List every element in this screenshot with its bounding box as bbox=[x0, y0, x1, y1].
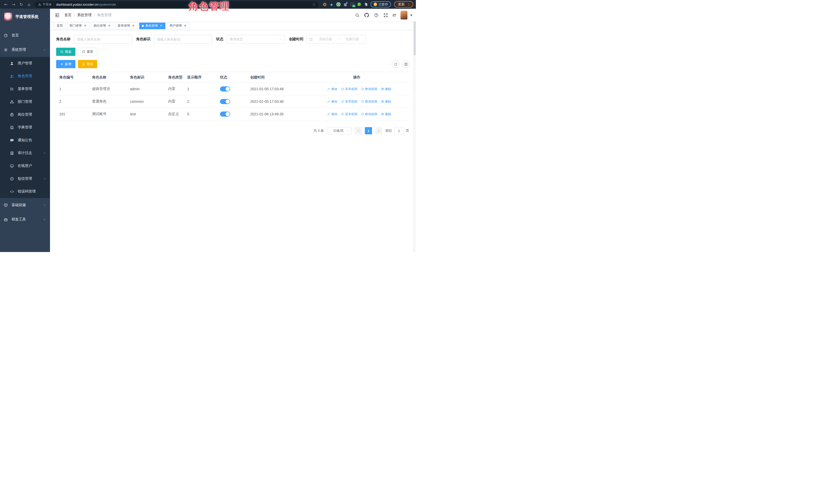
browser-forward-icon[interactable]: → bbox=[10, 1, 17, 8]
sidebar-item-sms[interactable]: 短信管理 bbox=[0, 172, 50, 185]
profile-paused-pill[interactable]: 已暂停 bbox=[370, 1, 391, 7]
close-icon[interactable]: ✕ bbox=[132, 24, 135, 28]
kebab-menu-icon[interactable]: ⋮ bbox=[407, 3, 411, 6]
extension-icon-orange[interactable] bbox=[322, 2, 327, 7]
prev-page-button[interactable] bbox=[355, 127, 362, 134]
url-host: dashboard.yudao.iocoder.cn bbox=[56, 3, 98, 6]
sidebar-item-users[interactable]: 用户管理 bbox=[0, 57, 50, 70]
edit-link[interactable]: 修改 bbox=[327, 87, 337, 91]
edit-link[interactable]: 修改 bbox=[327, 100, 337, 104]
tab-menus[interactable]: 菜单管理✕ bbox=[115, 23, 138, 29]
sidebar-item-departments[interactable]: 部门管理 bbox=[0, 96, 50, 108]
extension-icon-gem[interactable]: ◆ bbox=[329, 2, 334, 7]
breadcrumb-current: 角色管理 bbox=[97, 13, 111, 18]
search-button[interactable]: 搜索 bbox=[56, 48, 75, 56]
sidebar-item-error-codes[interactable]: 错误码管理 bbox=[0, 185, 50, 198]
browser-reload-icon[interactable]: ↻ bbox=[18, 1, 25, 8]
sms-icon bbox=[10, 177, 14, 181]
next-page-button[interactable] bbox=[375, 127, 382, 134]
app-logo[interactable]: 芋道管理系统 bbox=[0, 9, 50, 25]
sidebar-item-posts[interactable]: 岗位管理 bbox=[0, 108, 50, 121]
data-permission-link[interactable]: 数据权限 bbox=[361, 87, 378, 91]
close-icon[interactable]: ✕ bbox=[107, 24, 111, 28]
tab-roles[interactable]: 角色管理✕ bbox=[139, 23, 165, 29]
extension-icon-green-7[interactable]: 7 bbox=[336, 2, 341, 7]
tab-departments[interactable]: 部门管理✕ bbox=[67, 23, 89, 29]
not-secure-warning[interactable]: 不安全 bbox=[38, 2, 52, 7]
page-number-1[interactable]: 1 bbox=[365, 127, 372, 134]
sidebar-item-menus[interactable]: 菜单管理 bbox=[0, 83, 50, 96]
page-size-select[interactable]: 10条/页 bbox=[327, 127, 352, 134]
goto-page-input[interactable] bbox=[394, 127, 404, 134]
sidebar-fold-icon[interactable] bbox=[54, 12, 60, 18]
close-icon[interactable]: ✕ bbox=[183, 24, 187, 28]
reset-button[interactable]: 重置 bbox=[78, 48, 97, 56]
page-content: 角色名称 角色标识 状态 角色状态 创建时间 bbox=[50, 30, 416, 252]
dictionary-icon bbox=[10, 126, 14, 130]
chrome-update-button[interactable]: 更新 ⋮ bbox=[394, 1, 413, 8]
tab-users[interactable]: 用户管理✕ bbox=[167, 23, 189, 29]
address-bar[interactable]: 不安全 dashboard.yudao.iocoder.cn/system/ro… bbox=[35, 1, 319, 8]
sidebar-item-notices[interactable]: 通知公告 bbox=[0, 134, 50, 147]
tab-posts[interactable]: 岗位管理✕ bbox=[91, 23, 113, 29]
extension-icon-dark-on[interactable]: on bbox=[350, 2, 355, 7]
error-code-icon bbox=[10, 190, 14, 193]
sidebar-menu: 首页 系统管理 用户管理 角色管理 菜单管理 部门管理 bbox=[0, 25, 50, 227]
sidebar-item-audit-log[interactable]: 审计日志 bbox=[0, 147, 50, 159]
help-icon[interactable] bbox=[373, 12, 379, 18]
infrastructure-icon bbox=[4, 203, 8, 207]
browser-back-icon[interactable]: ← bbox=[3, 1, 9, 8]
delete-link[interactable]: 删除 bbox=[381, 100, 391, 104]
data-permission-link[interactable]: 数据权限 bbox=[361, 112, 378, 116]
extension-icon-leaf[interactable] bbox=[357, 2, 362, 7]
sidebar-item-roles[interactable]: 角色管理 bbox=[0, 70, 50, 83]
caret-down-icon[interactable]: ▼ bbox=[410, 14, 412, 17]
status-toggle[interactable] bbox=[220, 99, 230, 104]
tab-home[interactable]: 首页 bbox=[54, 23, 66, 29]
export-button[interactable]: 导出 bbox=[78, 60, 97, 68]
close-icon[interactable]: ✕ bbox=[83, 24, 87, 28]
github-icon[interactable] bbox=[364, 12, 369, 18]
roles-table: 角色编号 角色名称 角色标识 角色类型 显示顺序 状态 创建时间 操作 1 超级… bbox=[56, 72, 410, 121]
add-button[interactable]: 新增 bbox=[56, 60, 75, 68]
column-settings-button[interactable] bbox=[402, 60, 410, 68]
menu-permission-link[interactable]: 菜单权限 bbox=[341, 100, 357, 104]
avatar[interactable] bbox=[400, 11, 408, 20]
delete-link[interactable]: 删除 bbox=[381, 87, 391, 91]
sidebar-item-system[interactable]: 系统管理 bbox=[0, 43, 50, 57]
chevron-down-icon bbox=[347, 130, 349, 132]
cell-role-key: test bbox=[127, 112, 165, 116]
page-scrollbar[interactable] bbox=[413, 9, 416, 252]
breadcrumb-home[interactable]: 首页 bbox=[64, 13, 72, 18]
extensions-puzzle-icon[interactable] bbox=[364, 2, 368, 7]
date-range-picker[interactable]: 开始日期 - 结束日期 bbox=[306, 35, 366, 44]
extension-icon-grid[interactable]: ▦ bbox=[343, 2, 348, 7]
sidebar-item-dictionary[interactable]: 字典管理 bbox=[0, 121, 50, 134]
sidebar-item-dev-tools[interactable]: 研发工具 bbox=[0, 212, 50, 227]
role-key-input[interactable] bbox=[154, 35, 212, 44]
download-icon bbox=[82, 62, 85, 65]
font-size-icon[interactable]: tT bbox=[393, 13, 396, 18]
fullscreen-icon[interactable] bbox=[383, 12, 388, 18]
sidebar-item-online-users[interactable]: 在线用户 bbox=[0, 159, 50, 172]
audit-log-icon bbox=[10, 151, 14, 155]
bookmark-star-icon[interactable]: ☆ bbox=[312, 2, 316, 6]
data-permission-link[interactable]: 数据权限 bbox=[361, 100, 378, 104]
refresh-table-button[interactable] bbox=[392, 60, 399, 68]
sidebar-item-infrastructure[interactable]: 基础设施 bbox=[0, 198, 50, 212]
status-toggle[interactable] bbox=[220, 111, 230, 117]
menu-permission-link[interactable]: 菜单权限 bbox=[341, 112, 357, 116]
status-select[interactable]: 角色状态 bbox=[226, 35, 285, 44]
filter-role-key: 角色标识 bbox=[136, 35, 212, 44]
search-icon[interactable] bbox=[355, 12, 360, 18]
role-name-input[interactable] bbox=[74, 35, 132, 44]
breadcrumb-section[interactable]: 系统管理 bbox=[77, 13, 92, 18]
browser-home-icon[interactable]: ⌂ bbox=[26, 1, 32, 8]
sidebar-item-home[interactable]: 首页 bbox=[0, 28, 50, 43]
close-icon[interactable]: ✕ bbox=[159, 24, 163, 28]
edit-link[interactable]: 修改 bbox=[327, 112, 337, 116]
menu-permission-link[interactable]: 菜单权限 bbox=[341, 87, 357, 91]
search-actions: 搜索 重置 bbox=[56, 48, 410, 56]
delete-link[interactable]: 删除 bbox=[381, 112, 391, 116]
status-toggle[interactable] bbox=[220, 86, 230, 91]
